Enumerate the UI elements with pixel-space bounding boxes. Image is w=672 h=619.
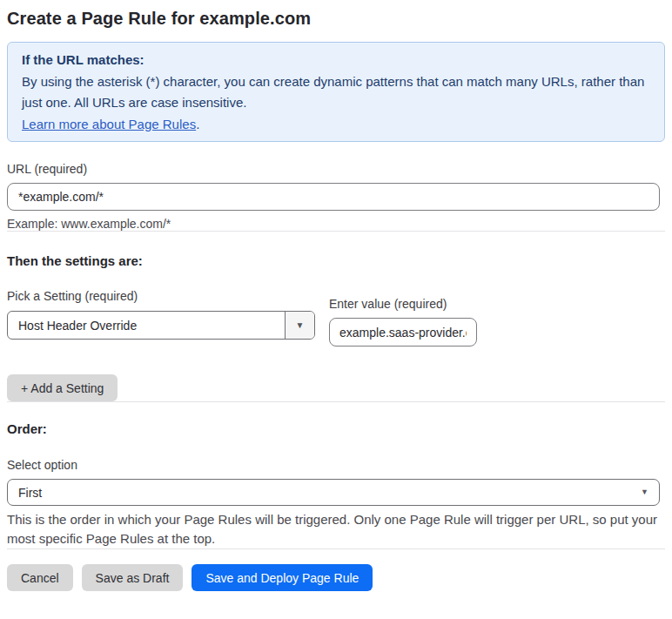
settings-row: Pick a Setting (required) Host Header Ov… bbox=[7, 288, 665, 347]
setting-select-value: Host Header Override bbox=[8, 319, 137, 333]
settings-section-heading: Then the settings are: bbox=[7, 252, 665, 269]
info-box-heading: If the URL matches: bbox=[22, 50, 650, 71]
chevron-down-icon: ▼ bbox=[641, 488, 648, 496]
setting-value-input[interactable] bbox=[329, 318, 477, 347]
pick-setting-column: Pick a Setting (required) Host Header Ov… bbox=[7, 288, 315, 340]
divider bbox=[7, 548, 665, 549]
url-input[interactable] bbox=[7, 183, 660, 211]
url-example-helper: Example: www.example.com/* bbox=[7, 217, 665, 231]
order-select-value: First bbox=[18, 486, 42, 500]
enter-value-label: Enter value (required) bbox=[329, 296, 477, 312]
link-suffix: . bbox=[196, 117, 199, 131]
add-setting-button[interactable]: + Add a Setting bbox=[7, 374, 118, 401]
footer-actions: Cancel Save as Draft Save and Deploy Pag… bbox=[7, 564, 665, 591]
info-box-link-row: Learn more about Page Rules. bbox=[22, 114, 650, 136]
save-as-draft-button[interactable]: Save as Draft bbox=[82, 564, 184, 591]
order-helper-text: This is the order in which your Page Rul… bbox=[7, 510, 658, 548]
divider bbox=[7, 231, 665, 232]
cancel-button[interactable]: Cancel bbox=[7, 564, 73, 591]
enter-value-column: Enter value (required) bbox=[329, 288, 477, 347]
setting-select[interactable]: Host Header Override ▼ bbox=[7, 311, 315, 340]
setting-select-arrow-button[interactable]: ▼ bbox=[285, 312, 314, 339]
url-field-label: URL (required) bbox=[7, 161, 665, 177]
learn-more-link[interactable]: Learn more about Page Rules bbox=[22, 117, 196, 131]
order-select-label: Select option bbox=[7, 457, 665, 473]
url-match-info-box: If the URL matches: By using the asteris… bbox=[7, 42, 665, 142]
divider bbox=[7, 401, 665, 402]
chevron-down-icon: ▼ bbox=[296, 321, 305, 330]
create-page-rule-form: Create a Page Rule for example.com If th… bbox=[0, 0, 672, 591]
save-and-deploy-button[interactable]: Save and Deploy Page Rule bbox=[192, 564, 373, 591]
page-title: Create a Page Rule for example.com bbox=[7, 7, 665, 30]
order-section-heading: Order: bbox=[7, 421, 665, 437]
order-select[interactable]: First ▼ bbox=[7, 479, 660, 506]
info-box-body: By using the asterisk (*) character, you… bbox=[22, 71, 650, 114]
pick-setting-label: Pick a Setting (required) bbox=[7, 288, 315, 304]
